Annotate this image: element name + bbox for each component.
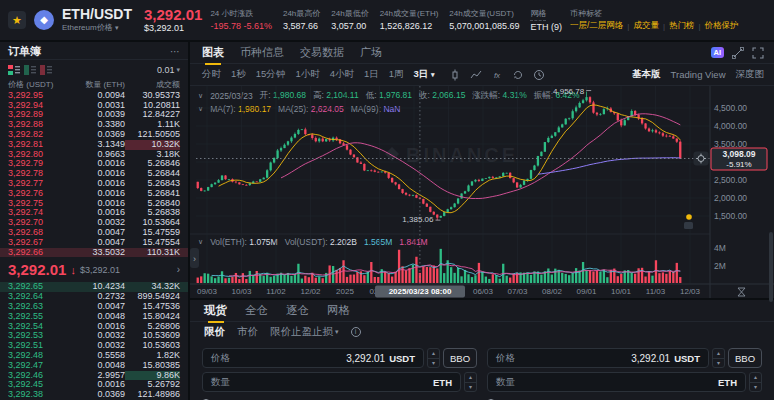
chart-tab-图表[interactable]: 图表: [202, 45, 224, 60]
svg-text:11/02: 11/02: [266, 287, 286, 296]
fullscreen-icon[interactable]: [752, 47, 764, 59]
precision-dropdown[interactable]: 0.01 ▾: [157, 65, 180, 75]
orderbook-last-price-usd: $3,292.01: [80, 265, 120, 275]
svg-text:3,098.09: 3,098.09: [722, 149, 755, 159]
chevron-right-icon[interactable]: ›: [177, 264, 180, 275]
timezone-hourglass-icon[interactable]: [738, 288, 745, 296]
stat-label: 24h最低价: [331, 8, 368, 20]
amount-unit: ETH: [433, 377, 452, 388]
ticker-stat: 24 小时涨跌-195.78 -5.61%: [210, 8, 272, 32]
price-value: 3,292.01: [346, 353, 385, 364]
svg-text:4,956.78: 4,956.78: [553, 87, 585, 96]
order-price: 3,292.38: [8, 390, 73, 400]
coin-tag-link[interactable]: 价格保护: [705, 20, 739, 32]
svg-text:09/01: 09/01: [576, 287, 597, 296]
buy-amount-stepper[interactable]: ▴▾: [464, 372, 477, 392]
view-mode-Trading View[interactable]: Trading View: [671, 69, 726, 80]
pair-subtitle: Ethereum价格 ▾: [62, 22, 132, 33]
event-marker-icon: [684, 222, 693, 229]
scrollbar-thumb[interactable]: [769, 232, 773, 302]
history-clock-icon[interactable]: [533, 69, 545, 81]
view-mode-基本版[interactable]: 基本版: [632, 68, 661, 81]
sell-bbo-button[interactable]: BBO: [728, 348, 762, 368]
buy-bbo-button[interactable]: BBO: [443, 348, 477, 368]
svg-text:2,000.00: 2,000.00: [714, 193, 747, 203]
svg-text:12/03: 12/03: [680, 287, 701, 296]
sell-price-stepper[interactable]: ▴▾: [712, 348, 725, 368]
amount-label: 数量: [496, 376, 515, 389]
chart-tab-交易数据[interactable]: 交易数据: [300, 45, 344, 60]
ai-assistant-icon[interactable]: AI: [711, 47, 725, 58]
svg-text:4,500.00: 4,500.00: [714, 103, 747, 113]
pair-selector[interactable]: ETH/USDT Ethereum价格 ▾: [62, 7, 132, 33]
trade-tab-现货[interactable]: 现货: [204, 303, 227, 318]
orderbook-column-header: 价格 (USDT): [8, 79, 73, 90]
order-type-市价[interactable]: 市价: [237, 325, 258, 339]
svg-text:10/01: 10/01: [611, 287, 632, 296]
pair-header: ★ ◆ ETH/USDT Ethereum价格 ▾ 3,292.01 $3,29…: [0, 0, 774, 40]
info-icon: i: [351, 327, 361, 337]
coin-tag-link[interactable]: 一层/二层网络: [570, 20, 623, 32]
view-mode-深度图[interactable]: 深度图: [736, 68, 765, 81]
interval-分时[interactable]: 分时: [202, 68, 221, 81]
compare-loop-icon[interactable]: [512, 69, 524, 81]
bid-row[interactable]: 3,292.380.0369121.48986: [0, 390, 188, 400]
svg-text:-5.91%: -5.91%: [726, 160, 751, 169]
trade-tab-网格[interactable]: 网格: [327, 303, 350, 318]
favorite-star-icon[interactable]: ★: [8, 11, 26, 29]
vertical-scrollbar[interactable]: [769, 42, 774, 400]
coin-tags-label: 币种标签: [570, 8, 739, 20]
ask-row[interactable]: 3,292.6633.5032110.31K: [0, 248, 188, 258]
draw-tools-icon[interactable]: [732, 47, 744, 59]
ticker-stat: 24h最高价3,587.66: [283, 8, 320, 32]
sell-price-field[interactable]: 价格3,292.01USDT: [487, 348, 709, 368]
order-type-限价[interactable]: 限价: [204, 325, 225, 339]
stat-value: -195.78 -5.61%: [210, 20, 272, 32]
interval-1日[interactable]: 1日: [364, 68, 379, 81]
price-unit: USDT: [674, 353, 700, 364]
coin-tag-link[interactable]: 热门榜: [669, 20, 695, 32]
interval-15分钟[interactable]: 15分钟: [256, 68, 286, 81]
chart-panel: 图表币种信息交易数据广场 AI 分时1秒15分钟1小时4小时1日1周3日 ▾fx…: [190, 42, 774, 298]
sell-amount-field[interactable]: 数量ETH: [487, 372, 746, 392]
interval-4小时[interactable]: 4小时: [330, 68, 354, 81]
trade-tab-全仓[interactable]: 全仓: [245, 303, 268, 318]
coin-tag-link[interactable]: 成交量: [633, 20, 659, 32]
interval-selected[interactable]: 3日 ▾: [414, 68, 435, 81]
trade-tab-逐仓[interactable]: 逐仓: [286, 303, 309, 318]
chart-canvas[interactable]: ∨2025/03/23开: 1,980.68高: 2,104.11低: 1,97…: [190, 86, 774, 298]
svg-text:11/03: 11/03: [646, 287, 666, 296]
sell-amount-stepper[interactable]: ▴▾: [749, 372, 762, 392]
amount-label: 数量: [211, 376, 230, 389]
price-label: 价格: [211, 352, 230, 365]
interval-1周[interactable]: 1周: [389, 68, 404, 81]
order-type-限价止盈止损[interactable]: 限价止盈止损 ▾: [270, 325, 339, 339]
buy-price-field[interactable]: 价格3,292.01USDT: [202, 348, 424, 368]
orderbook-mode-bids-icon[interactable]: [24, 65, 36, 75]
interval-1秒[interactable]: 1秒: [231, 68, 246, 81]
chart-tab-广场[interactable]: 广场: [360, 45, 382, 60]
svg-text:12/02: 12/02: [300, 287, 321, 296]
stat-label: 网格: [530, 8, 546, 21]
tag-separator: |: [627, 22, 629, 31]
crosshair-date-tag: 2025/03/23 08:00: [375, 286, 465, 298]
orderbook-menu-icon[interactable]: ⋯: [170, 46, 180, 57]
orderbook-last-price-row[interactable]: 3,292.01 ↓ $3,292.01 ›: [0, 257, 188, 282]
stat-value: 3,587.66: [283, 20, 320, 32]
ticker-stat: 网格ETH (9): [530, 7, 562, 33]
buy-amount-field[interactable]: 数量ETH: [202, 372, 461, 392]
line-chart-style-icon[interactable]: [470, 69, 482, 81]
indicators-icon[interactable]: fx: [491, 69, 503, 81]
candlestick-chart-svg: BINANCE4,500.004,000.003,500.002,500.002…: [190, 86, 774, 298]
orderbook-mode-asks-icon[interactable]: [40, 65, 52, 75]
stat-label: 24 小时涨跌: [210, 8, 272, 20]
candlestick-style-icon[interactable]: [449, 69, 461, 81]
amount-unit: ETH: [718, 377, 737, 388]
ticker-stats: 24 小时涨跌-195.78 -5.61%24h最高价3,587.6624h最低…: [210, 7, 562, 33]
orderbook-mode-both-icon[interactable]: [8, 65, 20, 75]
panel-expand-button[interactable]: ›: [190, 248, 199, 268]
interval-1小时[interactable]: 1小时: [295, 68, 319, 81]
chart-tab-币种信息[interactable]: 币种信息: [240, 45, 284, 60]
sell-order-form: 价格3,292.01USDT▴▾BBO数量ETH▴▾: [487, 344, 762, 400]
buy-price-stepper[interactable]: ▴▾: [427, 348, 440, 368]
